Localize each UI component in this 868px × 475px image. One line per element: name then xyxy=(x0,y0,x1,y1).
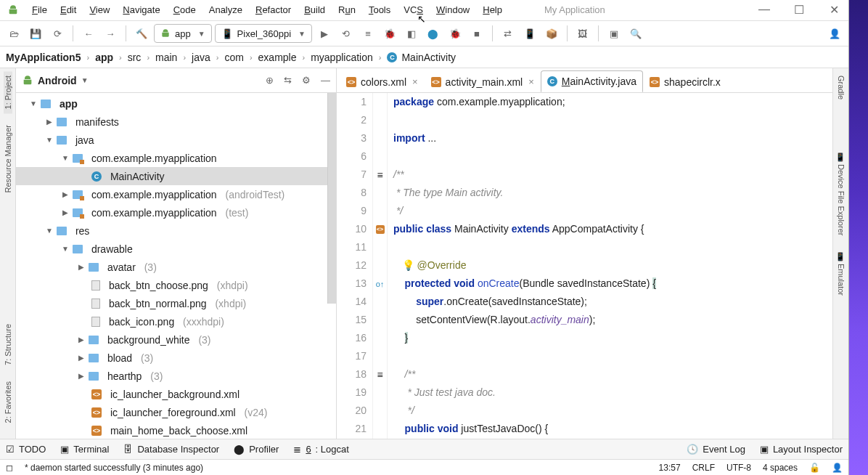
tab-profiler[interactable]: ⬤ Profiler xyxy=(234,444,279,455)
status-square-icon[interactable]: ◻ xyxy=(6,463,13,473)
tab-logcat[interactable]: ≣ 6: Logcat6: Logcat xyxy=(293,444,349,455)
breadcrumb-item[interactable]: src xyxy=(128,52,142,63)
menu-file[interactable]: FFileile xyxy=(32,4,47,15)
main-toolbar: 🗁 💾 ⟳ ← → 🔨 app ▼ 📱 Pixel_360ppi ▼ ▶ ⟲ ≡… xyxy=(0,20,848,46)
close-icon[interactable]: × xyxy=(412,76,418,87)
java-class-icon: C xyxy=(91,171,102,182)
menu-bar: FFileile Edit View Navigate Code Analyze… xyxy=(0,0,848,20)
menu-refactor[interactable]: Refactor xyxy=(255,4,291,15)
tab-terminal[interactable]: ▣ Terminal xyxy=(60,444,109,455)
breadcrumb-item[interactable]: MyApplication5 xyxy=(6,52,81,63)
menu-help[interactable]: Help xyxy=(483,4,502,15)
tab-event-log[interactable]: 🕓 Event Log xyxy=(687,444,745,455)
tool-emulator[interactable]: 📱 Emulator xyxy=(836,247,846,300)
run-config-combo[interactable]: app ▼ xyxy=(154,24,212,43)
status-time: 13:57 xyxy=(659,463,681,473)
device-label: Pixel_360ppi xyxy=(237,28,291,39)
image-file-icon xyxy=(91,317,100,327)
java-class-icon: C xyxy=(387,52,397,62)
project-panel-header: Android ▼ ⊕ ⇆ ⚙ — xyxy=(16,68,336,93)
layout-inspector-icon[interactable]: ▣ xyxy=(605,24,623,43)
tab-mainactivity[interactable]: CMainActivity.javaMainActivity.java xyxy=(541,70,643,92)
breadcrumb-item[interactable]: myapplication xyxy=(311,52,373,63)
menu-window[interactable]: Window xyxy=(436,4,470,15)
menu-vcs[interactable]: VCS xyxy=(404,4,423,15)
sdk-manager-icon[interactable]: 📦 xyxy=(542,24,561,43)
apply-code-icon[interactable]: ≡ xyxy=(359,24,377,43)
tab-activity-main[interactable]: <>activity_main.xml× xyxy=(425,70,541,92)
status-person-icon[interactable]: 👤 xyxy=(832,463,843,473)
tool-project[interactable]: 1: Project xyxy=(4,71,12,113)
status-indent[interactable]: 4 spaces xyxy=(763,463,798,473)
breadcrumb-item[interactable]: app xyxy=(95,52,113,63)
attach-debugger-icon[interactable]: 🐞 xyxy=(446,24,464,43)
breadcrumb-item[interactable]: main xyxy=(155,52,177,63)
menu-tools[interactable]: Tools xyxy=(369,4,390,15)
coverage-icon[interactable]: ◧ xyxy=(402,24,421,43)
xml-gutter-icon[interactable]: <> xyxy=(376,225,385,234)
bulb-icon[interactable]: 💡 xyxy=(402,259,414,271)
breadcrumb-item[interactable]: MainActivity xyxy=(401,52,456,63)
window-close[interactable]: ✕ xyxy=(827,3,841,17)
resource-manager-icon[interactable]: 🖼 xyxy=(573,24,592,43)
apply-changes-icon[interactable]: ⟲ xyxy=(337,24,356,43)
status-charset[interactable]: UTF-8 xyxy=(726,463,751,473)
folder-icon xyxy=(73,245,83,253)
expand-icon[interactable]: ⇆ xyxy=(284,75,292,86)
save-icon[interactable]: 💾 xyxy=(26,24,45,43)
code-editor[interactable]: package com.example.myapplication; impor… xyxy=(388,93,848,439)
user-icon[interactable]: 👤 xyxy=(825,24,844,43)
breadcrumb-item[interactable]: example xyxy=(258,52,297,63)
hide-icon[interactable]: — xyxy=(321,75,330,86)
menu-navigate[interactable]: Navigate xyxy=(123,4,160,15)
breadcrumb-item[interactable]: com xyxy=(224,52,243,63)
menu-analyze[interactable]: Analyze xyxy=(209,4,242,15)
forward-icon[interactable]: → xyxy=(101,24,120,43)
tree-scrollbar[interactable] xyxy=(327,93,336,304)
status-lock-icon[interactable]: 🔓 xyxy=(809,463,820,473)
menu-code[interactable]: Code xyxy=(173,4,196,15)
breadcrumb-item[interactable]: java xyxy=(192,52,210,63)
open-icon[interactable]: 🗁 xyxy=(4,24,23,43)
window-maximize[interactable]: ☐ xyxy=(792,3,806,17)
avd-manager-icon[interactable]: 📱 xyxy=(520,24,539,43)
override-gutter-icon[interactable]: o↑ xyxy=(376,280,385,288)
sync-icon[interactable]: ⟳ xyxy=(48,24,67,43)
tab-todo[interactable]: ☑ TODO xyxy=(6,444,46,455)
profile-icon[interactable]: ⬤ xyxy=(424,24,443,43)
build-icon[interactable]: 🔨 xyxy=(132,24,151,43)
tab-db-inspector[interactable]: 🗄 Database Inspector xyxy=(123,444,219,455)
device-combo[interactable]: 📱 Pixel_360ppi ▼ xyxy=(215,24,312,43)
close-icon[interactable]: × xyxy=(528,76,534,87)
search-icon[interactable]: 🔍 xyxy=(626,24,645,43)
line-number-gutter[interactable]: 1236789101112131415161718192021 xyxy=(337,93,373,439)
menu-build[interactable]: Build xyxy=(304,4,325,15)
project-tree[interactable]: ▼ app ▶ manifests ▼ java ▼ com.example.m… xyxy=(16,93,336,439)
sync-gradle-icon[interactable]: ⇄ xyxy=(499,24,517,43)
settings-icon[interactable]: ⚙ xyxy=(302,75,311,86)
back-icon[interactable]: ← xyxy=(79,24,98,43)
run-icon[interactable]: ▶ xyxy=(315,24,334,43)
stop-icon[interactable]: ■ xyxy=(467,24,486,43)
tool-favorites[interactable]: 2: Favorites xyxy=(4,377,12,427)
gutter-icons[interactable]: ≡ <> o↑ ≡ xyxy=(373,93,388,439)
window-minimize[interactable]: — xyxy=(757,3,771,17)
tree-node-mainactivity[interactable]: C MainActivity xyxy=(16,167,336,185)
menu-view[interactable]: View xyxy=(89,4,110,15)
locate-icon[interactable]: ⊕ xyxy=(266,75,274,86)
tab-colors[interactable]: <>colors.xml× xyxy=(340,70,425,92)
xml-file-icon: <> xyxy=(91,407,102,418)
left-tool-strip: 1: Project Resource Manager 7: Structure… xyxy=(0,68,16,439)
bottom-tool-strip: ☑ TODO ▣ Terminal 🗄 Database Inspector ⬤… xyxy=(0,439,848,459)
status-line-sep[interactable]: CRLF xyxy=(692,463,715,473)
debug-icon[interactable]: 🐞 xyxy=(380,24,399,43)
tab-shapecirclr[interactable]: <>shapecirclr.x xyxy=(643,70,727,92)
tool-structure[interactable]: 7: Structure xyxy=(4,320,12,370)
menu-edit[interactable]: Edit xyxy=(60,4,76,15)
tool-device-explorer[interactable]: 📱 Device File Explorer xyxy=(836,147,846,240)
tab-layout-inspector[interactable]: ▣ Layout Inspector xyxy=(760,444,843,455)
menu-run[interactable]: Run xyxy=(338,4,356,15)
tool-gradle[interactable]: Gradle xyxy=(837,71,846,104)
project-view-combo[interactable]: Android ▼ xyxy=(38,75,89,86)
tool-resource-manager[interactable]: Resource Manager xyxy=(4,121,12,198)
